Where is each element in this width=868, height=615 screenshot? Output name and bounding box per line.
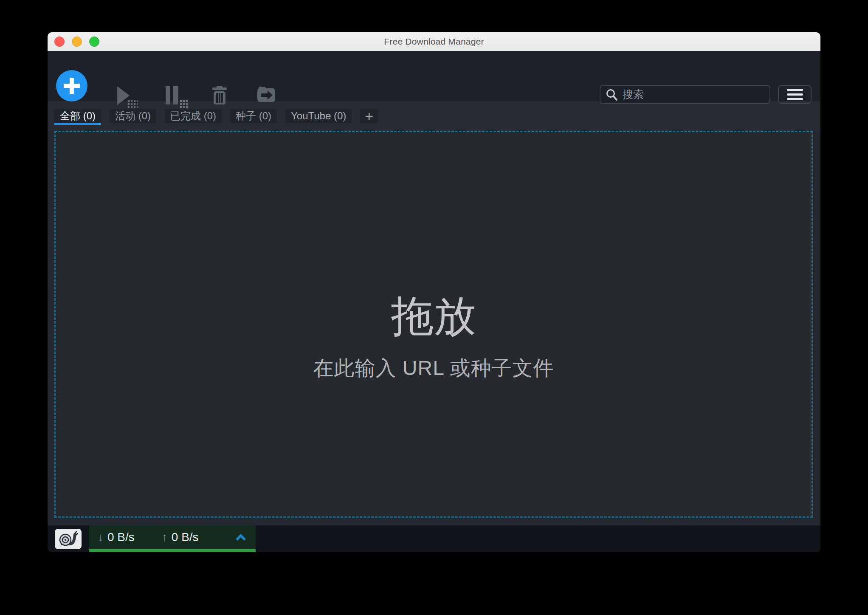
chevron-up-icon [235,534,246,541]
speed-panel-underline [89,549,256,552]
download-speed: 0 B/s [107,530,135,544]
add-tab-button[interactable]: + [360,109,378,123]
snail-icon [59,531,78,547]
toolbar [48,51,820,101]
traffic-lights [54,32,99,51]
tab-bar: 全部 (0) 活动 (0) 已完成 (0) 种子 (0) YouTube (0)… [48,101,820,131]
menu-button[interactable] [778,85,812,104]
dropzone-text: 拖放 在此输入 URL 或种子文件 [313,293,554,382]
tab-all[interactable]: 全部 (0) [54,109,101,123]
zoom-window-button[interactable] [89,37,99,47]
search-input[interactable] [623,88,765,101]
window-title: Free Download Manager [384,37,484,47]
status-bar: ↓ 0 B/s ↑ 0 B/s [48,525,820,552]
dropzone[interactable]: 拖放 在此输入 URL 或种子文件 [54,131,813,518]
speed-limit-button[interactable] [55,529,82,549]
trash-icon [211,86,228,104]
resume-all-button[interactable] [116,85,138,109]
pause-all-icon [165,85,189,109]
dropzone-title: 拖放 [313,293,554,339]
delete-button[interactable] [211,86,228,104]
download-arrow-icon: ↓ [98,530,104,544]
hamburger-icon [787,98,803,100]
plus-icon [70,78,74,94]
folder-move-icon [257,87,275,102]
upload-arrow-icon: ↑ [162,530,168,544]
tab-torrents[interactable]: 种子 (0) [230,109,277,123]
close-window-button[interactable] [54,37,65,47]
tab-active[interactable]: 活动 (0) [110,109,156,123]
play-all-icon [116,85,138,109]
desktop-background: Free Download Manager [0,0,868,615]
hamburger-icon [787,93,803,96]
tab-youtube[interactable]: YouTube (0) [285,109,352,123]
pause-all-button[interactable] [165,85,189,109]
minimize-window-button[interactable] [72,37,82,47]
content-area: 拖放 在此输入 URL 或种子文件 [48,131,820,525]
add-download-button[interactable] [56,70,87,102]
speed-panel-button[interactable]: ↓ 0 B/s ↑ 0 B/s [89,525,256,549]
move-to-button[interactable] [257,87,275,102]
upload-speed: 0 B/s [172,530,199,544]
titlebar[interactable]: Free Download Manager [48,32,820,51]
hamburger-icon [787,89,803,91]
search-box [600,85,770,104]
dropzone-subtitle: 在此输入 URL 或种子文件 [313,355,554,382]
tab-completed[interactable]: 已完成 (0) [165,109,222,123]
app-window: Free Download Manager [48,32,820,552]
search-icon [606,88,618,101]
